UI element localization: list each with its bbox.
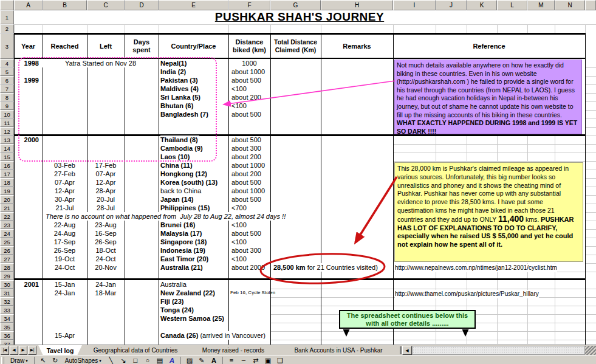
column-header-country-place[interactable]: Country/Place	[159, 33, 228, 59]
column-header-D[interactable]: D	[125, 0, 159, 10]
cell-country-24[interactable]: Malaysia (17)	[160, 229, 203, 238]
cell-reached-26[interactable]: 26-Sep	[43, 246, 87, 255]
row-header-10[interactable]: 10	[0, 110, 14, 118]
column-header-M[interactable]: M	[527, 0, 555, 10]
cell-reached-19[interactable]: 12-Apr	[43, 187, 87, 195]
column-header-N[interactable]: N	[555, 0, 585, 10]
cell-country-18[interactable]: Korea (south) (13)	[160, 178, 219, 187]
row-header-19[interactable]: 19	[0, 187, 14, 195]
row-header-35[interactable]: 35	[0, 323, 14, 331]
cell-reached-28[interactable]: 24-Oct	[43, 263, 87, 272]
row-header-36[interactable]: 36	[0, 331, 14, 340]
cell-left-19[interactable]: 28-Apr	[87, 187, 125, 195]
cell-reached-30[interactable]: 15-Jan	[43, 280, 87, 289]
row-header-24[interactable]: 24	[0, 229, 14, 238]
select-pointer-icon[interactable]: ↖	[38, 357, 48, 364]
cell-country-32[interactable]: Fiji (23)	[160, 297, 185, 306]
sheet-title[interactable]: PUSHKAR SHAH'S JOURNEY	[14, 10, 585, 24]
row-header-27[interactable]: 27	[0, 255, 14, 263]
rectangle-tool-icon[interactable]: □	[131, 357, 140, 364]
cell-reached-17[interactable]: 27-Feb	[43, 170, 87, 178]
cell-country-33[interactable]: Tonga (24)	[160, 306, 195, 314]
column-header-reference[interactable]: Reference	[393, 33, 585, 59]
row-header-33[interactable]: 33	[0, 306, 14, 314]
horizontal-scroll-left-button[interactable]: ◀	[402, 346, 412, 355]
autoshapes-menu-button[interactable]: AutoShapes▾	[63, 357, 104, 364]
row-header-6[interactable]: 6	[0, 76, 14, 84]
row-header-34[interactable]: 34	[0, 314, 14, 323]
3d-button[interactable]: ❑	[275, 357, 285, 364]
cell-left-21[interactable]: 28-Jul	[87, 204, 125, 212]
row-header-22[interactable]: 22	[0, 212, 14, 221]
window-size-grip[interactable]	[585, 346, 596, 355]
cell-remark-small-31[interactable]: Feb 16, Cycle Stolen	[230, 289, 275, 297]
tab-scroll-next-button[interactable]: ▶	[19, 346, 27, 355]
cell-country-26[interactable]: Indonesia (19)	[160, 246, 207, 255]
fill-color-button[interactable]: ▨	[185, 357, 194, 364]
cell-distance-4[interactable]: 1000	[228, 59, 270, 67]
column-header-left[interactable]: Left	[87, 33, 125, 59]
cell-distance-15[interactable]: about 200	[230, 153, 261, 161]
row-header-8[interactable]: 8	[0, 93, 14, 101]
row-header-26[interactable]: 26	[0, 246, 14, 255]
cell-country-25[interactable]: Singapore (18)	[160, 238, 208, 246]
cell-left-18[interactable]: 12-Apr	[87, 178, 125, 187]
cell-country-34[interactable]: Western Samoa (25)	[160, 314, 225, 323]
cell-distance-19[interactable]: about 1000	[230, 187, 265, 195]
cell-reached-25[interactable]: 17-Sep	[43, 238, 87, 246]
column-header-K[interactable]: K	[467, 0, 497, 10]
column-header-F[interactable]: F	[228, 0, 270, 10]
dash-style-button[interactable]: ┄	[239, 357, 248, 364]
cell-left-23[interactable]: 23-Aug	[87, 221, 125, 229]
column-header-B[interactable]: B	[43, 0, 87, 10]
row-header-18[interactable]: 18	[0, 178, 14, 187]
cell-distance-26[interactable]: about 300	[230, 246, 261, 255]
cell-reached-24[interactable]: 24-Aug	[43, 229, 87, 238]
row-header-14[interactable]: 14	[0, 144, 14, 153]
horizontal-scrollbar-track[interactable]	[412, 346, 585, 355]
cell-country-30[interactable]: Australia	[160, 280, 188, 289]
cell-left-28[interactable]: 20-Nov	[87, 263, 125, 272]
cell-reached-31[interactable]: 24-Jan	[43, 289, 87, 297]
cell-distance-13[interactable]: about 500	[230, 136, 261, 144]
cell-country-16[interactable]: China (11)	[160, 161, 194, 170]
row-header-17[interactable]: 17	[0, 170, 14, 178]
row-header-23[interactable]: 23	[0, 221, 14, 229]
tab-scroll-last-button[interactable]: ▶|	[28, 346, 36, 355]
line-tool-icon[interactable]: ╲	[106, 357, 116, 364]
sheet-tab-money-raised[interactable]: Money raised - records	[189, 345, 278, 355]
row-header-20[interactable]: 20	[0, 195, 14, 204]
row-header-25[interactable]: 25	[0, 238, 14, 246]
cell-distance-25[interactable]: <100	[230, 238, 247, 246]
cell-distance-23[interactable]: <100	[230, 221, 247, 229]
cell-country-36[interactable]: Canada (26) (arrived in Vancouver)	[160, 331, 267, 340]
cell-distance-14[interactable]: about 300	[230, 144, 261, 153]
row-header-30[interactable]: 30	[0, 280, 14, 289]
column-header-reached[interactable]: Reached	[43, 33, 87, 59]
cell-left-30[interactable]: 24-Jan	[87, 280, 125, 289]
cell-reached-23[interactable]: 22-Aug	[43, 221, 87, 229]
row-header-5[interactable]: 5	[0, 67, 14, 76]
cell-distance-10[interactable]: about 500	[230, 110, 261, 118]
row-header-12[interactable]: 12	[0, 127, 14, 136]
cell-left-27[interactable]: 24-Oct	[87, 255, 125, 263]
sheet-tab-travel-log[interactable]: Tavel log	[38, 345, 82, 355]
row-header-16[interactable]: 16	[0, 161, 14, 170]
select-all-corner[interactable]	[0, 0, 14, 10]
cell-year-30[interactable]: 2001	[14, 280, 39, 289]
column-header-partial[interactable]	[585, 0, 596, 10]
row-header-15[interactable]: 15	[0, 153, 14, 161]
column-header-total-distance[interactable]: Total Distance Claimed (Km)	[270, 33, 321, 59]
sheet-tab-geographical-data[interactable]: Geographical data of Countries	[82, 345, 189, 355]
cell-left-26[interactable]: 18-Oct	[87, 246, 125, 255]
column-header-G[interactable]: G	[270, 0, 321, 10]
column-header-L[interactable]: L	[497, 0, 527, 10]
tab-scroll-prev-button[interactable]: ◀	[10, 346, 18, 355]
line-style-button[interactable]: ≡	[227, 357, 236, 364]
line-color-button[interactable]: ✎	[197, 357, 207, 364]
column-header-remarks[interactable]: Remarks	[321, 33, 393, 59]
cell-reached-21[interactable]: 21-Jul	[43, 204, 87, 212]
cell-reached-16[interactable]: 03-Feb	[43, 161, 87, 170]
cell-country-31[interactable]: New Zealand (22)	[160, 289, 216, 297]
column-header-distance-biked[interactable]: Distance biked (km)	[228, 33, 270, 59]
